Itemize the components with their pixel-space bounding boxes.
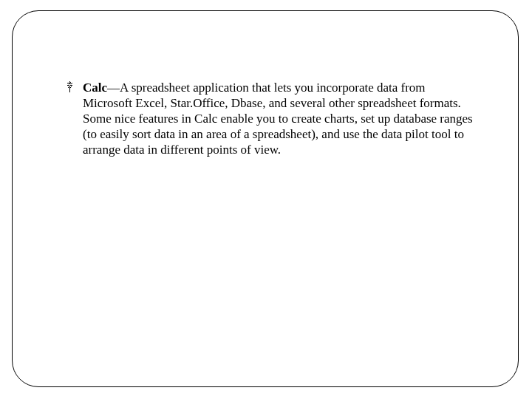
slide-frame [12, 10, 519, 387]
description: A spreadsheet application that lets you … [83, 81, 473, 157]
content-area: ༒ Calc—A spreadsheet application that le… [66, 80, 477, 157]
term: Calc [83, 81, 107, 95]
separator: — [107, 81, 120, 95]
bullet-icon: ༒ [66, 80, 83, 96]
list-item: ༒ Calc—A spreadsheet application that le… [66, 80, 477, 157]
paragraph: Calc—A spreadsheet application that lets… [83, 80, 477, 157]
